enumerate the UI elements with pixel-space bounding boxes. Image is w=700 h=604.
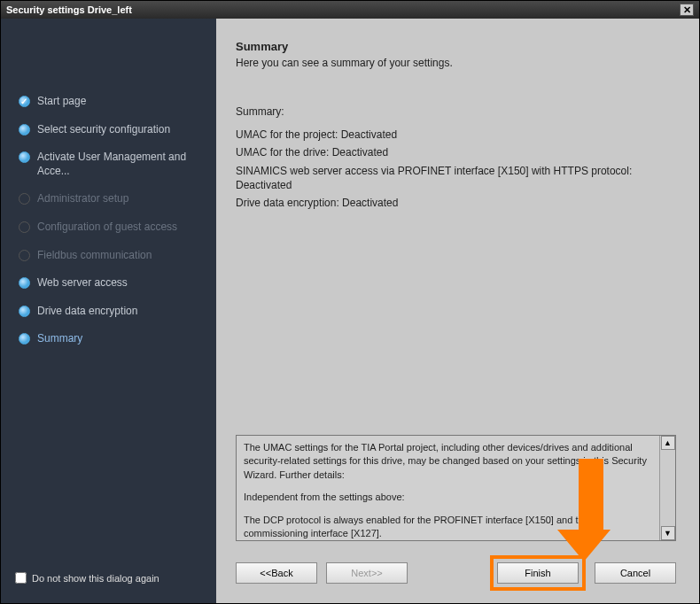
dont-show-label: Do not show this dialog again bbox=[32, 573, 159, 584]
page-title: Summary bbox=[236, 40, 676, 53]
sidebar-item: Fieldbus communication bbox=[1, 242, 216, 270]
step-indicator-icon bbox=[19, 151, 30, 163]
sidebar-item-label: Administrator setup bbox=[37, 192, 128, 206]
details-paragraph: The DCP protocol is always enabled for t… bbox=[244, 514, 652, 540]
sidebar-item-label: Activate User Management and Acce... bbox=[37, 151, 198, 178]
finish-highlight: Finish bbox=[490, 555, 586, 591]
dont-show-checkbox[interactable] bbox=[15, 572, 27, 584]
details-paragraph: Independent from the settings above: bbox=[244, 491, 652, 504]
summary-header: Summary: bbox=[236, 105, 676, 119]
sidebar-item-label: Start page bbox=[37, 95, 86, 109]
step-indicator-icon bbox=[19, 124, 30, 136]
sidebar-item[interactable]: Select security configuration bbox=[1, 116, 216, 144]
step-indicator-icon bbox=[19, 250, 30, 261]
close-button[interactable]: ✕ bbox=[680, 4, 694, 16]
scroll-up-button[interactable]: ▲ bbox=[661, 436, 675, 450]
details-textbox: The UMAC settings for the TIA Portal pro… bbox=[236, 435, 676, 541]
sidebar-item-label: Fieldbus communication bbox=[37, 249, 152, 263]
sidebar-item[interactable]: Activate User Management and Acce... bbox=[1, 143, 216, 185]
window-title: Security settings Drive_left bbox=[6, 4, 132, 15]
step-indicator-icon bbox=[19, 306, 30, 317]
back-button[interactable]: <<Back bbox=[236, 562, 317, 584]
step-indicator-icon bbox=[19, 193, 30, 205]
summary-line: Drive data encryption: Deactivated bbox=[236, 196, 676, 210]
next-button: Next>> bbox=[326, 562, 408, 584]
step-indicator-icon bbox=[19, 277, 30, 289]
cancel-button[interactable]: Cancel bbox=[595, 562, 676, 584]
step-indicator-icon bbox=[19, 333, 30, 345]
sidebar-item[interactable]: Start page bbox=[1, 88, 216, 116]
sidebar-item[interactable]: Web server access bbox=[1, 269, 216, 298]
sidebar-item-label: Summary bbox=[37, 332, 82, 346]
scroll-down-button[interactable]: ▼ bbox=[661, 526, 675, 540]
finish-button[interactable]: Finish bbox=[497, 562, 579, 584]
sidebar-item-label: Configuration of guest access bbox=[37, 221, 177, 235]
step-indicator-icon bbox=[19, 221, 30, 233]
sidebar-item-label: Select security configuration bbox=[37, 123, 170, 137]
page-subtitle: Here you can see a summary of your setti… bbox=[236, 57, 676, 69]
titlebar: Security settings Drive_left ✕ bbox=[1, 1, 699, 19]
sidebar-item-label: Web server access bbox=[37, 276, 128, 290]
step-indicator-icon bbox=[19, 96, 30, 107]
sidebar-item-label: Drive data encryption bbox=[37, 305, 137, 319]
wizard-sidebar: Start pageSelect security configurationA… bbox=[1, 19, 216, 603]
scrollbar[interactable]: ▲ ▼ bbox=[659, 436, 675, 540]
summary-line: UMAC for the project: Deactivated bbox=[236, 128, 676, 142]
sidebar-item: Administrator setup bbox=[1, 185, 216, 213]
details-paragraph: The UMAC settings for the TIA Portal pro… bbox=[244, 441, 652, 482]
summary-line: SINAMICS web server access via PROFINET … bbox=[236, 164, 676, 192]
sidebar-item: Configuration of guest access bbox=[1, 213, 216, 242]
summary-line: UMAC for the drive: Deactivated bbox=[236, 145, 676, 159]
main-panel: Summary Here you can see a summary of yo… bbox=[216, 19, 699, 603]
sidebar-item[interactable]: Summary bbox=[1, 325, 216, 353]
sidebar-item[interactable]: Drive data encryption bbox=[1, 298, 216, 326]
